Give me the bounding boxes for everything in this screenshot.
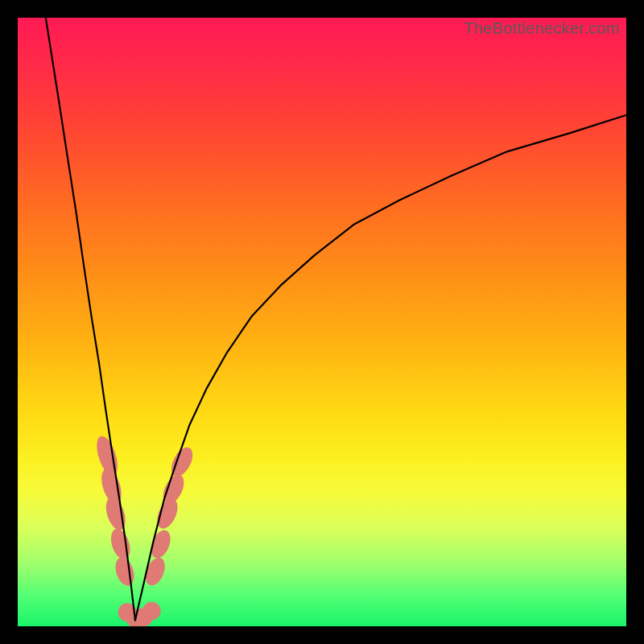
- chart-plot-area: TheBottlenecker.com: [18, 18, 626, 626]
- bead-marker: [142, 602, 161, 621]
- bead-marker: [147, 527, 174, 561]
- bead-marker: [112, 555, 137, 588]
- bead-marker: [108, 526, 134, 562]
- chart-svg: [18, 18, 626, 626]
- beads-group: [93, 434, 197, 626]
- left-curve: [46, 18, 135, 620]
- bead-marker: [102, 495, 129, 533]
- chart-frame: TheBottlenecker.com: [0, 0, 644, 644]
- right-curve: [135, 115, 626, 620]
